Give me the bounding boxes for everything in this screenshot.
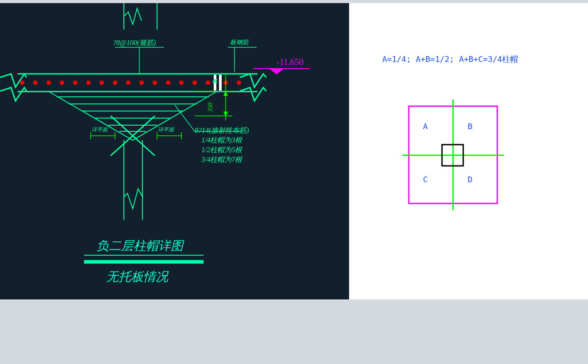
svg-point-5 [33,80,38,85]
svg-point-11 [113,80,117,85]
svg-point-18 [206,80,210,85]
title-sub: 无托板情况 [106,268,168,285]
svg-point-13 [139,80,144,85]
slab-rebar-label: 板钢筋 [230,38,249,46]
right-panel: A=1/4; A+B=1/2; A+B+C=3/4柱帽 A B C D [349,3,588,299]
cad-drawing [0,3,349,299]
svg-point-12 [126,80,131,85]
see-plan-right: 详平面 [158,126,174,134]
svg-point-20 [237,80,241,85]
svg-rect-22 [219,75,222,91]
quad-d: D [468,175,473,184]
quad-b: B [468,122,473,131]
note-main: 8?14(放射性布筋) [195,126,249,135]
note-line-1: 1/4柱帽为3根 [201,136,242,145]
title-main: 负二层柱帽详图 [96,238,183,254]
quad-a: A [423,122,428,131]
svg-point-14 [153,80,157,85]
note-line-3: 3/4柱帽为7根 [201,155,242,165]
cad-viewport[interactable]: ?8@100(箍筋) 板钢筋 -11.650 350 详平面 详平面 板筋 8?… [0,3,349,299]
note-line-2: 1/2柱帽为5根 [201,146,242,155]
svg-marker-37 [224,112,227,116]
svg-point-15 [166,80,170,85]
svg-point-16 [179,80,184,85]
svg-point-4 [20,80,24,85]
svg-rect-21 [214,75,216,91]
svg-point-8 [73,80,77,85]
see-plan-left: 详平面 [92,126,108,134]
quad-c: C [423,175,428,184]
stirrup-spec: ?8@100(箍筋) [113,38,156,48]
svg-point-7 [60,80,64,85]
dim-350: 350 [207,103,214,112]
svg-point-10 [100,80,104,85]
svg-marker-1 [270,69,283,74]
svg-point-17 [192,80,197,85]
svg-point-6 [46,80,51,85]
level-value: -11.650 [277,57,304,67]
svg-point-9 [86,80,91,85]
quadrant-diagram [349,3,588,299]
